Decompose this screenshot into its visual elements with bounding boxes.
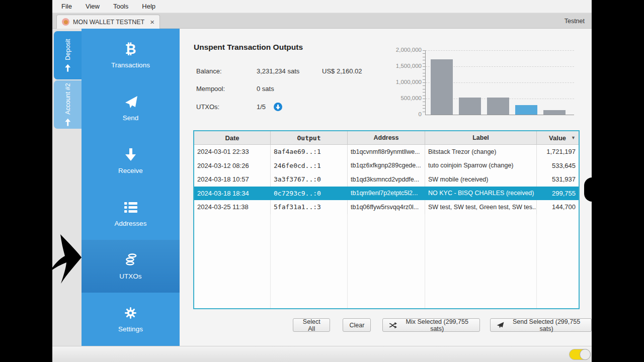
- table-cell: Bitstack Trezor (change): [425, 145, 537, 159]
- table-cell: 1,721,197: [537, 145, 579, 159]
- bitcoin-icon: ₿: [125, 42, 136, 57]
- balance-label: Balance:: [196, 67, 257, 75]
- arrow-right-icon: [65, 64, 71, 72]
- balance-sats-value: 3,231,234 sats: [257, 67, 322, 75]
- table-cell: 2024-03-25 11:38: [194, 200, 271, 214]
- annotation-pointer-right: [584, 177, 592, 202]
- annotation-arrow-cursor: [49, 234, 91, 286]
- sidebar-item-receive[interactable]: Receive: [82, 134, 180, 187]
- column-header-output[interactable]: Output: [271, 131, 348, 144]
- utxos-count-value: 1/5: [257, 103, 266, 111]
- utxo-bar-chart: 2,000,0001,500,0001,000,000500,0000: [391, 50, 577, 116]
- table-row[interactable]: 2024-03-18 10:573a3f3767..:0tb1qd3ksmncd…: [194, 172, 579, 187]
- chart-bar: [543, 110, 566, 115]
- network-label: Testnet: [565, 13, 585, 29]
- account-tab-account-2[interactable]: Account #2: [54, 80, 82, 129]
- table-cell: SW test, SW test, Green test, SW tes...: [425, 200, 537, 214]
- chart-axis-ticks: [423, 50, 425, 115]
- table-cell: 144,700: [537, 200, 579, 214]
- table-cell: 8af4ae69..:1: [271, 145, 348, 159]
- table-cell: 3a3f3767..:0: [271, 172, 348, 187]
- utxos-label: UTXOs:: [196, 103, 257, 111]
- menu-item-file[interactable]: File: [61, 3, 72, 10]
- table-cell: 246fe0cd..:1: [271, 159, 348, 173]
- y-axis-tick-label: 2,000,000: [391, 47, 422, 53]
- utxo-table: DateOutputAddressLabelValue▼2024-03-01 2…: [193, 130, 580, 309]
- table-empty-cell: [537, 214, 579, 309]
- y-axis-tick-label: 1,500,000: [391, 63, 422, 69]
- table-cell: NO KYC - BISQ CHARLES (received): [425, 187, 537, 201]
- table-cell: 2024-03-18 18:34: [194, 187, 271, 201]
- sidebar-item-settings[interactable]: Settings: [82, 293, 180, 345]
- table-empty-cell: [425, 214, 537, 309]
- sidebar-item-addresses[interactable]: Addresses: [82, 187, 180, 240]
- menu-bar: FileViewToolsHelp: [52, 0, 592, 13]
- sidebar-item-utxos[interactable]: UTXOs: [82, 240, 180, 293]
- status-bar: [52, 346, 592, 362]
- y-axis-tick-label: 1,000,000: [391, 79, 422, 85]
- table-cell: tb1qz6xfkgnp289cgede...: [348, 159, 425, 173]
- column-header-address[interactable]: Address: [348, 131, 425, 144]
- sidebar-item-transactions[interactable]: ₿Transactions: [82, 29, 180, 81]
- table-row[interactable]: 2024-03-12 08:26246fe0cd..:1tb1qz6xfkgnp…: [194, 159, 579, 173]
- close-icon[interactable]: ×: [150, 18, 154, 26]
- main-panel: Unspent Transaction Outputs Balance: 3,2…: [180, 29, 592, 346]
- send-selected-button[interactable]: Send Selected (299,755 sats): [490, 318, 592, 332]
- select-all-button[interactable]: Select All: [293, 318, 330, 332]
- send-plane-icon: [124, 95, 138, 110]
- table-row[interactable]: 2024-03-25 11:385faf31a1..:3tb1q06ffyw5r…: [194, 200, 579, 214]
- column-header-value[interactable]: Value▼: [537, 131, 579, 144]
- column-header-label[interactable]: Label: [425, 131, 537, 144]
- table-cell: SW mobile (received): [425, 172, 537, 187]
- menu-item-help[interactable]: Help: [142, 3, 155, 10]
- screen: FileViewToolsHelp MON WALLET TESTNET × T…: [0, 0, 644, 362]
- table-cell: 2024-03-12 08:26: [194, 159, 271, 173]
- table-cell: 531,937: [537, 172, 579, 187]
- balance-fiat-value: US$ 2,160.02: [322, 67, 362, 75]
- sort-desc-icon: ▼: [571, 135, 576, 140]
- sidebar: ₿TransactionsSendReceiveAddressesUTXOsSe…: [82, 29, 180, 346]
- chart-plot-area: [425, 50, 574, 115]
- shuffle-icon: [389, 322, 397, 329]
- theme-toggle[interactable]: [569, 349, 591, 360]
- wallet-coin-icon: [62, 18, 69, 26]
- chart-bars: [431, 50, 566, 115]
- table-cell: tb1qcvnmfl8r9ynmtllwe...: [348, 145, 425, 159]
- mix-selected-button[interactable]: Mix Selected (299,755 sats): [382, 318, 480, 332]
- table-cell: 5faf31a1..:3: [271, 200, 348, 214]
- table-cell: 2024-03-18 10:57: [194, 172, 271, 187]
- sidebar-item-send[interactable]: Send: [82, 81, 180, 134]
- expand-utxos-icon[interactable]: [274, 103, 282, 111]
- account-tab-deposit[interactable]: Deposit: [54, 31, 82, 79]
- letterbox-left: [0, 0, 52, 362]
- app-window: FileViewToolsHelp MON WALLET TESTNET × T…: [52, 0, 592, 362]
- address-list-icon: [124, 200, 137, 215]
- column-header-date[interactable]: Date: [194, 131, 271, 144]
- table-row[interactable]: 2024-03-01 22:338af4ae69..:1tb1qcvnmfl8r…: [194, 145, 579, 159]
- table-cell: tb1qm9enl7p2etptc5l2...: [348, 187, 425, 201]
- table-empty-cell: [194, 214, 271, 309]
- table-cell: 299,755: [537, 187, 579, 201]
- table-row[interactable]: 2024-03-18 18:340c7293c9..:0tb1qm9enl7p2…: [194, 187, 579, 201]
- y-axis-tick-label: 500,000: [391, 95, 422, 101]
- arrow-right-icon: [65, 119, 71, 126]
- toggle-knob: [580, 349, 591, 360]
- table-cell: 0c7293c9..:0: [271, 187, 348, 201]
- utxos-row: UTXOs: 1/5: [196, 103, 282, 111]
- mempool-value: 0 sats: [257, 85, 322, 93]
- chart-y-axis: 2,000,0001,500,0001,000,000500,0000: [391, 50, 422, 115]
- action-button-row: Select AllClearMix Selected (299,755 sat…: [293, 318, 592, 332]
- account-tab-label: Deposit: [64, 39, 71, 60]
- account-tab-label: Account #2: [64, 83, 71, 115]
- mempool-row: Mempool: 0 sats: [196, 85, 322, 93]
- wallet-tab[interactable]: MON WALLET TESTNET ×: [56, 15, 160, 29]
- mempool-label: Mempool:: [196, 85, 257, 93]
- clear-button[interactable]: Clear: [343, 318, 371, 332]
- menu-item-view[interactable]: View: [86, 3, 100, 10]
- chart-bar: [515, 105, 537, 115]
- chart-bar: [487, 98, 509, 115]
- content: DepositAccount #2 ₿TransactionsSendRecei…: [52, 29, 592, 346]
- menu-item-tools[interactable]: Tools: [113, 3, 128, 10]
- coins-icon: [123, 253, 138, 268]
- page-title: Unspent Transaction Outputs: [194, 43, 303, 52]
